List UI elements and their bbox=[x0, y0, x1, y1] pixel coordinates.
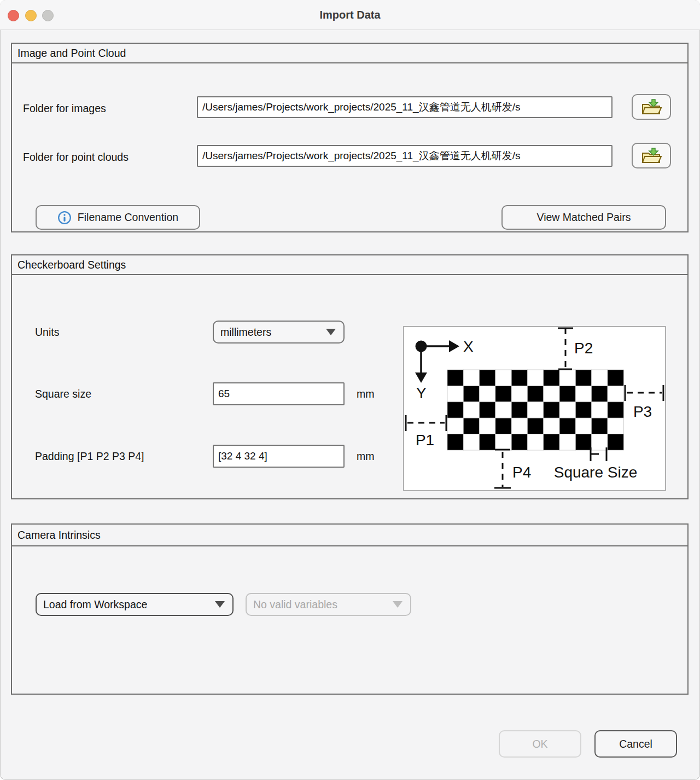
intrinsics-source-dropdown[interactable]: Load from Workspace bbox=[36, 593, 234, 616]
p2-label: P2 bbox=[574, 340, 593, 357]
info-icon bbox=[57, 211, 72, 225]
intrinsics-variable-selected-value: No valid variables bbox=[253, 598, 337, 611]
intrinsics-source-selected-value: Load from Workspace bbox=[43, 598, 147, 611]
folder-images-input[interactable] bbox=[197, 96, 612, 118]
ok-button[interactable]: OK bbox=[499, 730, 581, 758]
cancel-button-label: Cancel bbox=[619, 738, 652, 750]
chevron-down-icon bbox=[215, 601, 225, 608]
section-title-checkerboard: Checkerboard Settings bbox=[12, 255, 687, 275]
padding-input[interactable] bbox=[213, 445, 345, 468]
view-matched-pairs-label: View Matched Pairs bbox=[537, 211, 631, 224]
browse-images-folder-button[interactable] bbox=[632, 94, 671, 120]
chevron-down-icon bbox=[326, 329, 336, 335]
square-size-unit-label: mm bbox=[357, 382, 375, 405]
checkerboard-pattern bbox=[447, 370, 623, 450]
folder-open-icon bbox=[640, 98, 662, 116]
section-image-point-cloud: Image and Point Cloud Folder for images … bbox=[11, 43, 689, 232]
filename-convention-label: Filename Convention bbox=[78, 211, 178, 224]
p3-label: P3 bbox=[633, 403, 652, 420]
axis-x-label: X bbox=[463, 338, 474, 355]
window-title: Import Data bbox=[0, 0, 700, 30]
view-matched-pairs-button[interactable]: View Matched Pairs bbox=[501, 205, 666, 230]
units-dropdown[interactable]: millimeters bbox=[213, 321, 345, 344]
units-selected-value: millimeters bbox=[220, 326, 271, 339]
chevron-down-icon bbox=[393, 601, 402, 608]
folder-open-icon bbox=[640, 147, 662, 165]
axis-y-label: Y bbox=[416, 385, 427, 401]
browse-pointclouds-folder-button[interactable] bbox=[632, 143, 671, 168]
checkerboard-diagram: X Y P2 P3 bbox=[403, 326, 666, 491]
import-data-dialog: Import Data Image and Point Cloud Folder… bbox=[0, 0, 700, 780]
filename-convention-button[interactable]: Filename Convention bbox=[36, 205, 200, 230]
intrinsics-variable-dropdown[interactable]: No valid variables bbox=[246, 593, 411, 616]
titlebar: Import Data bbox=[0, 0, 700, 30]
p1-label: P1 bbox=[416, 432, 434, 449]
folder-images-label: Folder for images bbox=[23, 97, 106, 119]
section-title-camera-intrinsics: Camera Intrinsics bbox=[12, 525, 687, 546]
padding-label: Padding [P1 P2 P3 P4] bbox=[35, 445, 144, 468]
p4-label: P4 bbox=[512, 464, 531, 481]
section-title-image-point-cloud: Image and Point Cloud bbox=[12, 44, 687, 63]
square-size-label: Square size bbox=[35, 382, 91, 405]
square-size-diagram-label: Square Size bbox=[554, 464, 638, 481]
section-camera-intrinsics: Camera Intrinsics Load from Workspace No… bbox=[11, 523, 689, 695]
padding-unit-label: mm bbox=[357, 445, 375, 468]
section-checkerboard-settings: Checkerboard Settings Units millimeters … bbox=[11, 254, 689, 499]
folder-pointclouds-input[interactable] bbox=[197, 145, 612, 167]
ok-button-label: OK bbox=[532, 738, 547, 750]
folder-pointclouds-label: Folder for point clouds bbox=[23, 146, 129, 168]
cancel-button[interactable]: Cancel bbox=[594, 730, 677, 758]
units-label: Units bbox=[35, 321, 59, 344]
square-size-input[interactable] bbox=[213, 382, 345, 405]
